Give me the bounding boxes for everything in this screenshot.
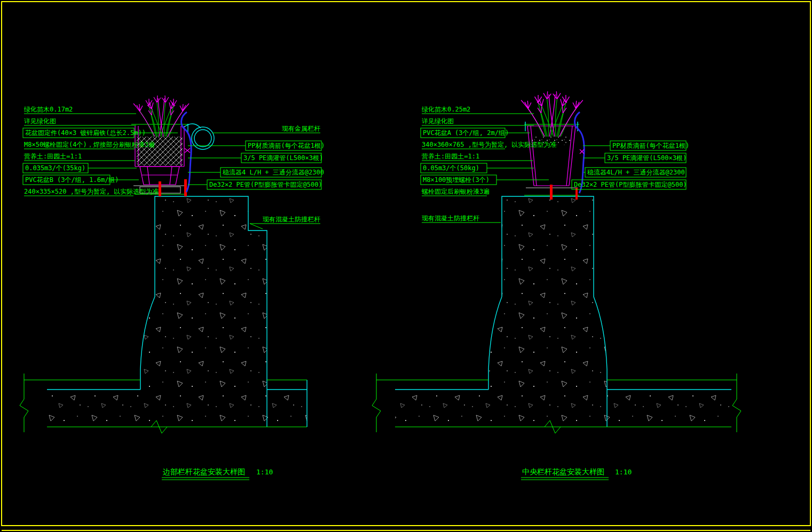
label-pe-drip-tube: 3/5 PE滴灌管(L500×3根) xyxy=(607,154,687,162)
central-drawing-title: 中央栏杆花盆安装大样图 xyxy=(522,467,604,476)
label-soil-mix: 营养土:田园土=1:1 xyxy=(422,153,479,160)
edge-title-block: 边部栏杆花盆安装大样图 1:10 xyxy=(162,467,273,480)
label-embedded-bolt: M8×100预埋螺栓(3个) xyxy=(423,176,490,184)
central-break-symbol-right xyxy=(732,374,741,432)
label-pvc-pot-b: PVC花盆B (3个/组, 1.6m/组) xyxy=(25,176,119,184)
label-existing-concrete-barrier: 现有混凝土防撞栏杆 xyxy=(422,215,479,222)
sheet-border xyxy=(2,2,810,526)
leader-line xyxy=(250,224,263,229)
central-plants xyxy=(521,91,583,137)
label-bolt-fixing: M8×50螺栓固定(4个)，焊接部分刷银粉漆3遍 xyxy=(24,141,155,148)
central-break-symbol-left xyxy=(372,374,381,432)
label-greening-area: 绿化苗木0.25m2 xyxy=(422,106,470,113)
label-greening-area: 绿化苗木0.17m2 xyxy=(24,106,73,113)
central-anchor-bolt xyxy=(550,185,553,200)
label-pe-pipe: De32×2 PE管(P型膨胀管卡固定@500) xyxy=(574,181,687,188)
edge-break-symbol-left xyxy=(20,374,28,432)
label-pot-size: 340×360×765 ,型号为暂定, 以实际选型为准 xyxy=(422,141,556,148)
central-right-annotations: PP材质滴箭(每个花盆1根) 3/5 PE滴灌管(L500×3根) 稳流器4L/… xyxy=(572,141,689,189)
label-pp-dripper: PP材质滴箭(每个花盆1根) xyxy=(612,142,689,149)
label-flow-regulator: 稳流器4L/H + 三通分流器@2300 xyxy=(587,169,685,176)
metal-rail-pipe-inner xyxy=(194,130,211,147)
central-title-block: 中央栏杆花盆安装大样图 1:10 xyxy=(521,467,632,480)
label-existing-concrete-barrier: 现有混凝土防撞栏杆 xyxy=(263,216,320,223)
central-barrier-detail: 绿化苗木0.25m2 详见绿化图 PVC花盆A (3个/组, 2m/组) 340… xyxy=(372,91,741,480)
label-flow-regulator: 稳流器4 L/H + 三通分流器@2300 xyxy=(222,169,324,176)
label-existing-metal-rail: 现有金属栏杆 xyxy=(282,125,320,132)
edge-barrier-detail: 绿化苗木0.17m2 详见绿化图 花盆固定件(40×3 镀锌扁铁(总长2.5m)… xyxy=(20,96,325,480)
label-see-greening-plan: 详见绿化图 xyxy=(24,117,56,125)
drawing-svg: 绿化苗木0.17m2 详见绿化图 花盆固定件(40×3 镀锌扁铁(总长2.5m)… xyxy=(0,0,812,532)
label-pot-size: 240×335×520 ,型号为暂定, 以实际选型为准 xyxy=(24,188,159,195)
label-soil-mix: 营养土:田园土=1:1 xyxy=(24,153,82,160)
central-barrier-concrete-fill xyxy=(395,196,731,427)
label-see-greening-plan: 详见绿化图 xyxy=(422,117,454,125)
central-pot-outline xyxy=(527,126,576,186)
label-paint-note: 螺栓固定后刷银粉漆3遍 xyxy=(422,188,490,195)
edge-barrier-concrete-fill xyxy=(47,196,307,427)
central-drawing-scale: 1:10 xyxy=(615,468,632,476)
edge-drawing-scale: 1:10 xyxy=(256,468,273,476)
label-pe-drip-tube: 3/5 PE滴灌管(L500×3根) xyxy=(243,154,323,162)
label-pvc-pot-a: PVC花盆A (3个/组, 2m/组) xyxy=(423,129,509,137)
label-pe-pipe: De32×2 PE管(P型膨胀管卡固定@500) xyxy=(209,181,322,188)
edge-drawing-title: 边部栏杆花盆安装大样图 xyxy=(163,467,245,476)
metal-rail-pipe-outer xyxy=(192,127,214,149)
label-pp-dripper: PP材质滴箭(每个花盆1根) xyxy=(248,142,325,149)
label-pot-fixing: 花盆固定件(40×3 镀锌扁铁(总长2.5m)) xyxy=(25,129,146,137)
edge-anchor-bolt xyxy=(184,179,187,196)
cad-canvas: 绿化苗木0.17m2 详见绿化图 花盆固定件(40×3 镀锌扁铁(总长2.5m)… xyxy=(0,0,812,532)
edge-planter xyxy=(131,112,214,196)
label-soil-volume: 0.05m3/个(50kg) xyxy=(423,164,479,172)
label-soil-volume: 0.035m3/个(35kg) xyxy=(25,164,85,172)
edge-anchor-bolt xyxy=(159,181,161,196)
edge-drip-arrow xyxy=(185,148,190,153)
